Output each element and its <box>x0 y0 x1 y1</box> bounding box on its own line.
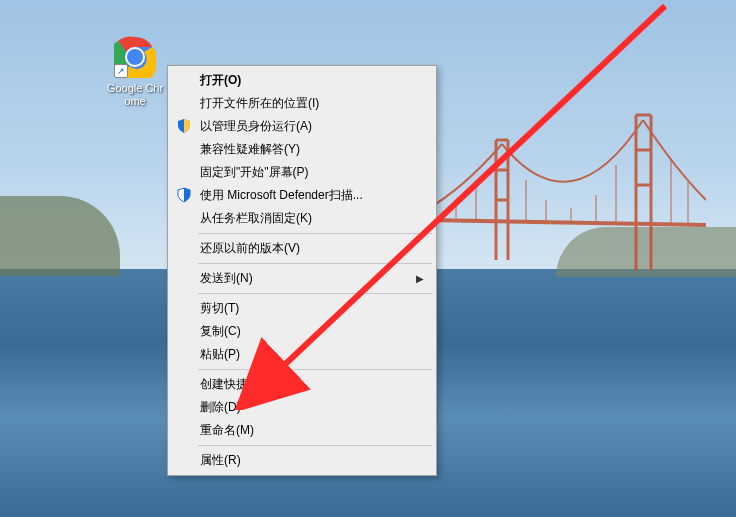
desktop-icon-chrome[interactable]: ↗ Google Chrome <box>106 36 164 108</box>
context-menu: 打开(O)打开文件所在的位置(I)以管理员身份运行(A)兼容性疑难解答(Y)固定… <box>167 65 437 476</box>
menu-item[interactable]: 复制(C) <box>170 320 434 343</box>
menu-item[interactable]: 剪切(T) <box>170 297 434 320</box>
menu-item[interactable]: 打开(O) <box>170 69 434 92</box>
shield-icon <box>176 118 192 134</box>
defender-icon <box>176 187 192 203</box>
chrome-icon: ↗ <box>114 36 156 78</box>
menu-item[interactable]: 固定到"开始"屏幕(P) <box>170 161 434 184</box>
menu-item-label: 使用 Microsoft Defender扫描... <box>200 187 363 204</box>
menu-item[interactable]: 发送到(N)▶ <box>170 267 434 290</box>
menu-separator <box>198 293 432 294</box>
menu-item-label: 复制(C) <box>200 323 241 340</box>
menu-item[interactable]: 兼容性疑难解答(Y) <box>170 138 434 161</box>
menu-item[interactable]: 属性(R) <box>170 449 434 472</box>
menu-item-label: 兼容性疑难解答(Y) <box>200 141 300 158</box>
menu-item[interactable]: 从任务栏取消固定(K) <box>170 207 434 230</box>
menu-item-label: 重命名(M) <box>200 422 254 439</box>
desktop-icon-label: Google Chrome <box>106 82 164 108</box>
menu-item-label: 还原以前的版本(V) <box>200 240 300 257</box>
menu-item[interactable]: 打开文件所在的位置(I) <box>170 92 434 115</box>
menu-item[interactable]: 删除(D) <box>170 396 434 419</box>
menu-item[interactable]: 重命名(M) <box>170 419 434 442</box>
menu-item[interactable]: 粘贴(P) <box>170 343 434 366</box>
menu-item[interactable]: 创建快捷方式(S) <box>170 373 434 396</box>
menu-separator <box>198 263 432 264</box>
menu-item-label: 粘贴(P) <box>200 346 240 363</box>
menu-item-label: 发送到(N) <box>200 270 253 287</box>
menu-item[interactable]: 还原以前的版本(V) <box>170 237 434 260</box>
menu-item-label: 固定到"开始"屏幕(P) <box>200 164 309 181</box>
menu-item-label: 打开文件所在的位置(I) <box>200 95 319 112</box>
menu-item-label: 属性(R) <box>200 452 241 469</box>
menu-separator <box>198 445 432 446</box>
menu-item[interactable]: 使用 Microsoft Defender扫描... <box>170 184 434 207</box>
menu-item[interactable]: 以管理员身份运行(A) <box>170 115 434 138</box>
shortcut-overlay-icon: ↗ <box>114 64 128 78</box>
menu-item-label: 删除(D) <box>200 399 241 416</box>
desktop-background-hill-right <box>556 227 736 277</box>
menu-item-label: 打开(O) <box>200 72 241 89</box>
menu-item-label: 剪切(T) <box>200 300 239 317</box>
menu-item-label: 以管理员身份运行(A) <box>200 118 312 135</box>
menu-item-label: 从任务栏取消固定(K) <box>200 210 312 227</box>
menu-separator <box>198 369 432 370</box>
menu-separator <box>198 233 432 234</box>
submenu-arrow-icon: ▶ <box>416 273 424 284</box>
menu-item-label: 创建快捷方式(S) <box>200 376 288 393</box>
